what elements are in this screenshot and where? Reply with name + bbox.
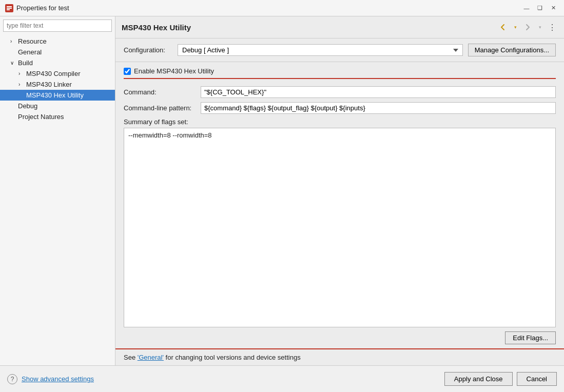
right-content: Configuration: Debug [ Active ] Manage C… — [115, 38, 564, 365]
help-icon[interactable]: ? — [7, 374, 17, 384]
see-general-row: See 'General' for changing tool versions… — [115, 349, 564, 365]
minimize-button[interactable]: — — [521, 3, 532, 14]
svg-rect-3 — [7, 9, 10, 10]
restore-button[interactable]: ❑ — [534, 3, 546, 14]
enable-checkbox[interactable] — [124, 68, 131, 75]
show-advanced-settings-link[interactable]: Show advanced settings — [22, 375, 94, 383]
command-line-pattern-label: Command-line pattern: — [124, 104, 196, 112]
sidebar-item-build[interactable]: ∨ Build — [0, 57, 115, 68]
config-label: Configuration: — [124, 46, 172, 54]
sidebar-item-label: Debug — [18, 102, 37, 110]
svg-rect-1 — [7, 6, 12, 7]
back-button[interactable] — [497, 22, 509, 33]
main-layout: › Resource General ∨ Build › MSP430 Comp… — [0, 16, 564, 365]
enable-row: Enable MSP430 Hex Utility — [115, 62, 564, 75]
panel-title: MSP430 Hex Utility — [122, 23, 191, 32]
manage-configurations-button[interactable]: Manage Configurations... — [468, 44, 556, 56]
title-bar: Properties for test — ❑ ✕ — [0, 0, 564, 16]
app-icon — [5, 4, 13, 12]
sidebar-item-msp430-linker[interactable]: › MSP430 Linker — [0, 79, 115, 90]
window-title: Properties for test — [16, 4, 521, 12]
sidebar-item-label: General — [18, 48, 42, 56]
enable-label[interactable]: Enable MSP430 Hex Utility — [134, 67, 214, 75]
sidebar-item-general[interactable]: General — [0, 47, 115, 57]
sidebar-item-label: Project Natures — [18, 113, 64, 121]
filter-input[interactable] — [3, 19, 112, 32]
sidebar-item-resource[interactable]: › Resource — [0, 36, 115, 47]
expand-arrow-msp430-linker: › — [18, 82, 25, 87]
cancel-button[interactable]: Cancel — [517, 372, 557, 386]
flags-textarea[interactable] — [124, 128, 556, 327]
svg-rect-2 — [7, 8, 12, 9]
header-icons: ▾ ▾ ⋮ — [497, 22, 558, 33]
command-label: Command: — [124, 88, 196, 96]
sidebar-item-msp430-hex-utility[interactable]: MSP430 Hex Utility — [0, 90, 115, 101]
sidebar-item-label: MSP430 Compiler — [26, 70, 81, 77]
form-section: Command: Command-line pattern: — [115, 79, 564, 114]
back-dropdown-button[interactable]: ▾ — [510, 22, 521, 33]
sidebar-item-debug[interactable]: Debug — [0, 101, 115, 111]
command-input[interactable] — [201, 86, 556, 98]
forward-button[interactable] — [522, 22, 533, 33]
command-row: Command: — [124, 86, 556, 98]
sidebar-item-msp430-compiler[interactable]: › MSP430 Compiler — [0, 68, 115, 79]
more-button[interactable]: ⋮ — [547, 22, 558, 33]
bottom-left: ? Show advanced settings — [7, 374, 94, 384]
sidebar-item-project-natures[interactable]: Project Natures — [0, 111, 115, 122]
config-select[interactable]: Debug [ Active ] — [178, 44, 463, 56]
right-panel: MSP430 Hex Utility ▾ ▾ ⋮ — [115, 16, 564, 365]
sidebar-item-label: Resource — [18, 37, 47, 45]
expand-arrow-build: ∨ — [10, 60, 16, 66]
sidebar-item-label: MSP430 Linker — [26, 81, 72, 88]
tree-container: › Resource General ∨ Build › MSP430 Comp… — [0, 35, 115, 365]
summary-label: Summary of flags set: — [115, 114, 564, 128]
command-line-pattern-input[interactable] — [201, 102, 556, 114]
bottom-right: Apply and Close Cancel — [444, 372, 557, 386]
window-controls: — ❑ ✕ — [521, 3, 559, 14]
see-general-prefix: See — [124, 354, 138, 361]
close-button[interactable]: ✕ — [548, 3, 559, 14]
sidebar-item-label: Build — [18, 59, 33, 67]
apply-and-close-button[interactable]: Apply and Close — [444, 372, 513, 386]
forward-dropdown-button[interactable]: ▾ — [534, 22, 546, 33]
command-line-pattern-row: Command-line pattern: — [124, 102, 556, 114]
edit-flags-button[interactable]: Edit Flags... — [505, 331, 556, 344]
expand-arrow-resource: › — [10, 38, 16, 44]
expand-arrow-msp430-compiler: › — [18, 71, 25, 76]
edit-flags-row: Edit Flags... — [115, 327, 564, 349]
see-general-suffix: for changing tool versions and device se… — [166, 354, 301, 361]
sidebar-item-label: MSP430 Hex Utility — [26, 91, 84, 99]
config-row: Configuration: Debug [ Active ] Manage C… — [115, 38, 564, 62]
left-panel: › Resource General ∨ Build › MSP430 Comp… — [0, 16, 115, 365]
right-header: MSP430 Hex Utility ▾ ▾ ⋮ — [115, 16, 564, 38]
general-link[interactable]: 'General' — [138, 354, 164, 361]
bottom-bar: ? Show advanced settings Apply and Close… — [0, 365, 564, 392]
